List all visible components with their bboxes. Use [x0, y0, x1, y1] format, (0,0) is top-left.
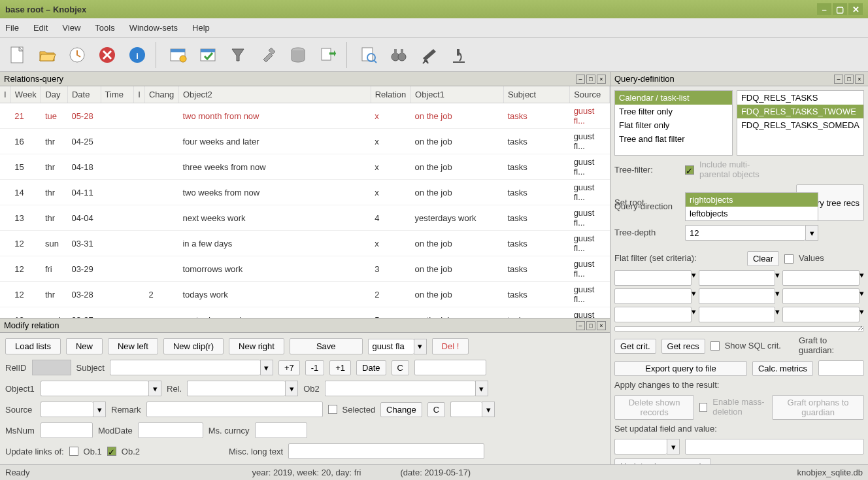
- new-clip-button[interactable]: New clip(r): [163, 338, 224, 354]
- moddate-field[interactable]: [138, 422, 203, 438]
- list-item[interactable]: Tree filter only: [615, 105, 732, 118]
- list-item[interactable]: FDQ_RELS_TASKS_SOMEDA: [737, 118, 863, 132]
- menu-view[interactable]: View: [62, 23, 80, 33]
- filter-input[interactable]: [782, 270, 860, 286]
- list-item[interactable]: Flat filter only: [615, 118, 732, 132]
- change-button[interactable]: Change: [380, 402, 422, 417]
- binoculars-icon[interactable]: [384, 41, 413, 69]
- chevron-down-icon[interactable]: ▾: [860, 307, 864, 322]
- column-header[interactable]: I: [134, 86, 145, 103]
- calendar-check-icon[interactable]: [193, 41, 222, 69]
- menu-window-sets[interactable]: Window-sets: [129, 23, 178, 33]
- panel-min-icon[interactable]: –: [576, 321, 585, 330]
- load-lists-button[interactable]: Load lists: [5, 338, 61, 354]
- deleteshown-button[interactable]: Delete shown records: [614, 395, 694, 420]
- filter-input[interactable]: [699, 270, 776, 286]
- save-button[interactable]: Save: [290, 338, 363, 354]
- date-button[interactable]: Date: [356, 360, 386, 375]
- filter-input[interactable]: [614, 288, 692, 304]
- misclong-field[interactable]: [288, 443, 484, 459]
- menu-file[interactable]: File: [5, 23, 19, 33]
- panel-max-icon[interactable]: □: [844, 75, 854, 84]
- panel-min-icon[interactable]: –: [576, 75, 585, 84]
- filter-input[interactable]: [614, 270, 692, 286]
- info-icon[interactable]: i: [123, 41, 152, 69]
- query-type-list[interactable]: Calendar / task-list Tree filter only Fl…: [614, 90, 733, 156]
- graftorphans-button[interactable]: Graft orphans to guardian: [772, 395, 864, 420]
- tools-icon[interactable]: [254, 41, 282, 69]
- panel-max-icon[interactable]: □: [586, 75, 595, 84]
- new-left-button[interactable]: New left: [108, 338, 158, 354]
- getcrit-button[interactable]: Get crit.: [614, 339, 656, 354]
- updateshown-button[interactable]: Update shown records: [614, 458, 711, 464]
- new-doc-icon[interactable]: [3, 41, 31, 69]
- c-button[interactable]: C: [392, 360, 409, 375]
- object1-combo[interactable]: ▾: [41, 381, 161, 396]
- mscurncy-field[interactable]: [255, 422, 307, 438]
- table-row[interactable]: 21tue05-28two month from nowxon the jobt…: [0, 103, 610, 129]
- new-button[interactable]: New: [66, 338, 103, 354]
- column-header[interactable]: Date: [67, 86, 101, 103]
- values-checkbox[interactable]: [784, 254, 793, 264]
- rel-combo[interactable]: ▾: [187, 381, 298, 396]
- column-header[interactable]: Object1: [411, 86, 504, 103]
- panel-max-icon[interactable]: □: [586, 321, 595, 330]
- date-field[interactable]: [414, 360, 486, 375]
- msnum-field[interactable]: [41, 422, 93, 438]
- funnel-icon[interactable]: [224, 41, 252, 69]
- column-header[interactable]: Subject: [503, 86, 569, 103]
- panel-close-icon[interactable]: ×: [597, 321, 606, 330]
- minimize-button[interactable]: –: [817, 3, 831, 15]
- chevron-down-icon[interactable]: ▾: [692, 270, 696, 286]
- chevron-down-icon[interactable]: ▾: [775, 270, 780, 286]
- graft-field[interactable]: [818, 360, 864, 376]
- c2-button[interactable]: C: [427, 402, 445, 417]
- chevron-down-icon[interactable]: ▾: [860, 288, 864, 304]
- column-header[interactable]: Relation: [371, 86, 410, 103]
- menu-tools[interactable]: Tools: [95, 23, 114, 33]
- menu-edit[interactable]: Edit: [33, 23, 48, 33]
- close-button[interactable]: ✕: [848, 3, 863, 15]
- showsql-checkbox[interactable]: [710, 341, 720, 351]
- getrecs-button[interactable]: Get recs: [661, 339, 705, 354]
- panel-close-icon[interactable]: ×: [597, 75, 606, 84]
- filter-input[interactable]: [614, 307, 692, 322]
- list-item[interactable]: Calendar / task-list: [615, 91, 732, 105]
- list-item[interactable]: rightobjects: [686, 193, 818, 207]
- user-combo[interactable]: ▾: [368, 339, 427, 354]
- table-row[interactable]: 13thr04-04next weeks work4yesterdays wor…: [0, 205, 610, 231]
- list-item[interactable]: leftobjects: [686, 207, 818, 220]
- panel-min-icon[interactable]: –: [834, 75, 843, 84]
- ob1-checkbox[interactable]: [69, 447, 78, 456]
- table-row[interactable]: 12thr03-282todays work2on the jobtasksgu…: [0, 282, 610, 307]
- chevron-down-icon[interactable]: ▾: [775, 288, 780, 304]
- plus1-button[interactable]: +1: [329, 360, 351, 375]
- filter-input[interactable]: [699, 288, 776, 304]
- del-button[interactable]: Del !: [432, 338, 469, 354]
- clear-button[interactable]: Clear: [747, 251, 779, 266]
- calc-button[interactable]: Calc. metrics: [752, 361, 813, 376]
- table-row[interactable]: 15thr04-18three weeks from nowxon the jo…: [0, 154, 610, 180]
- list-item[interactable]: FDQ_RELS_TASKS: [737, 91, 863, 105]
- column-header[interactable]: Chang: [144, 86, 178, 103]
- table-row[interactable]: 14thr04-11two weeks from nowxon the jobt…: [0, 180, 610, 205]
- table-row[interactable]: 12sun03-31in a few daysxon the jobtasksg…: [0, 231, 610, 256]
- column-header[interactable]: Source: [570, 86, 610, 103]
- search-doc-icon[interactable]: [354, 41, 383, 69]
- column-header[interactable]: I: [0, 86, 10, 103]
- new-right-button[interactable]: New right: [229, 338, 284, 354]
- column-header[interactable]: Day: [41, 86, 68, 103]
- filter-input[interactable]: [782, 307, 860, 322]
- chevron-down-icon[interactable]: ▾: [692, 307, 696, 322]
- change-combo[interactable]: ▾: [450, 402, 495, 417]
- filter-input[interactable]: [699, 307, 776, 322]
- telescope-icon[interactable]: [414, 41, 443, 69]
- microscope-icon[interactable]: [444, 41, 473, 69]
- query-name-list[interactable]: FDQ_RELS_TASKS FDQ_RELS_TASKS_TWOWE FDQ_…: [737, 90, 864, 156]
- source-combo[interactable]: ▾: [41, 402, 106, 417]
- chevron-down-icon[interactable]: ▾: [692, 288, 696, 304]
- updatal-value-field[interactable]: [685, 439, 864, 454]
- plus7-button[interactable]: +7: [278, 360, 300, 375]
- include-multi-checkbox[interactable]: ✓: [685, 165, 694, 175]
- column-header[interactable]: Object2: [178, 86, 371, 103]
